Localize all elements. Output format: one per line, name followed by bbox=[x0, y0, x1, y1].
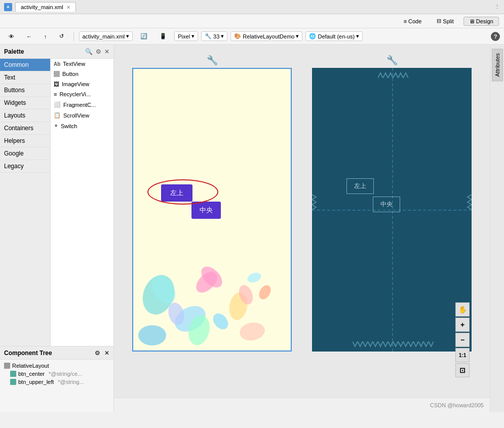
canvas-area[interactable]: 🔧 bbox=[114, 45, 490, 412]
palette-category-widgets[interactable]: Widgets bbox=[0, 97, 50, 109]
palette-settings-icon[interactable]: ⚙ bbox=[96, 48, 101, 55]
recyclerview-icon: ≡ bbox=[54, 91, 57, 97]
design-mode-button[interactable]: 🖥 Design bbox=[463, 17, 499, 26]
switch-label: Switch bbox=[61, 123, 77, 129]
panning-button[interactable]: ← bbox=[22, 32, 36, 41]
blueprint-view: 左上 中央 bbox=[312, 68, 472, 352]
palette-item-button[interactable]: Button bbox=[51, 69, 113, 79]
attributes-tab[interactable]: Attributes bbox=[492, 49, 503, 81]
help-button[interactable]: ? bbox=[491, 32, 500, 41]
btn-center-string: *@string/ce... bbox=[49, 371, 82, 377]
file-dropdown[interactable]: activity_main.xml ▾ bbox=[79, 31, 133, 41]
api-label: 33 bbox=[213, 33, 219, 40]
blueprint-pin-icon: 🔧 bbox=[386, 55, 398, 65]
code-mode-button[interactable]: ≡ Code bbox=[398, 17, 428, 26]
design-toolbar: 👁 ← ↑ ↺ activity_main.xml ▾ 🔄 📱 Pixel ▾ … bbox=[0, 28, 504, 45]
palette-category-common[interactable]: Common bbox=[0, 59, 50, 71]
api-chevron: ▾ bbox=[221, 33, 224, 40]
blueprint-container: 🔧 bbox=[312, 55, 472, 352]
locale-chevron: ▾ bbox=[356, 33, 359, 40]
palette-category-buttons[interactable]: Buttons bbox=[0, 84, 50, 97]
title-bar-more[interactable]: ⋮ bbox=[494, 4, 500, 10]
tree-item-btn-center[interactable]: btn_center *@string/ce... bbox=[2, 370, 111, 378]
zoom-controls: ✋ + − 1:1 ⊡ bbox=[455, 302, 470, 377]
palette-title: Palette bbox=[4, 48, 85, 55]
device-button[interactable]: 📱 bbox=[155, 31, 171, 41]
tree-settings-icon[interactable]: ⚙ bbox=[95, 349, 100, 357]
tree-item-relativelayout[interactable]: RelativeLayout bbox=[2, 362, 111, 370]
move-up-button[interactable]: ↑ bbox=[40, 32, 52, 41]
textview-icon: Ab bbox=[54, 61, 60, 67]
file-tab[interactable]: activity_main.xml ✕ bbox=[15, 2, 76, 12]
pan-left-icon: ← bbox=[26, 33, 32, 40]
theme-chevron: ▾ bbox=[296, 33, 299, 40]
api-dropdown[interactable]: 🔧 33 ▾ bbox=[201, 31, 227, 41]
pan-mode-button[interactable]: ✋ bbox=[455, 302, 470, 317]
orientation-icon: 🔄 bbox=[140, 33, 147, 40]
device-dropdown[interactable]: Pixel ▾ bbox=[174, 31, 198, 41]
eye-toggle-button[interactable]: 👁 bbox=[4, 32, 19, 41]
design-mode-label: Design bbox=[476, 18, 493, 24]
fit-screen-button[interactable]: ⊡ bbox=[455, 363, 470, 377]
palette-category-google[interactable]: Google bbox=[0, 147, 50, 160]
refresh-button[interactable]: ↺ bbox=[55, 31, 68, 41]
palette-content: Common Text Buttons Widgets Layouts Cont… bbox=[0, 59, 113, 346]
reset-zoom-button[interactable]: 1:1 bbox=[455, 348, 470, 362]
view-mode-bar: ≡ Code ⊟ Split 🖥 Design bbox=[0, 14, 504, 28]
watermark: CSDN @howard2005 bbox=[430, 402, 484, 408]
zoom-out-button[interactable]: − bbox=[455, 333, 470, 347]
zigzag-left bbox=[312, 194, 322, 210]
scrollview-label: ScrollView bbox=[63, 112, 89, 119]
locale-dropdown[interactable]: 🌐 Default (en-us) ▾ bbox=[305, 31, 363, 41]
zoom-in-button[interactable]: + bbox=[455, 318, 470, 332]
tab-close-button[interactable]: ✕ bbox=[66, 5, 70, 10]
palette-item-switch[interactable]: ⚬ Switch bbox=[51, 121, 113, 131]
main-layout: Palette 🔍 ⚙ ✕ Common Text Buttons Widget… bbox=[0, 45, 504, 412]
device-label: Pixel bbox=[178, 33, 190, 40]
palette-category-legacy[interactable]: Legacy bbox=[0, 160, 50, 173]
palette-category-helpers[interactable]: Helpers bbox=[0, 135, 50, 147]
device-icon: 📱 bbox=[160, 33, 167, 40]
palette-close-icon[interactable]: ✕ bbox=[104, 48, 109, 55]
file-dropdown-chevron: ▾ bbox=[126, 33, 129, 40]
btn-upper-left-icon bbox=[10, 379, 16, 385]
relativelayout-icon bbox=[4, 363, 10, 369]
preview-btn-center[interactable]: 中央 bbox=[191, 202, 221, 219]
refresh-icon: ↺ bbox=[59, 33, 64, 40]
component-tree: Component Tree ⚙ ✕ RelativeLayout btn_ce… bbox=[0, 346, 113, 412]
api-icon: 🔧 bbox=[205, 33, 212, 40]
eye-icon: 👁 bbox=[9, 33, 14, 40]
palette-toolbar: 🔍 ⚙ ✕ bbox=[85, 48, 109, 55]
palette-search-icon[interactable]: 🔍 bbox=[85, 48, 93, 55]
palette-item-scrollview[interactable]: 📋 ScrollView bbox=[51, 110, 113, 121]
recyclerview-label: RecyclerVi... bbox=[59, 91, 91, 97]
switch-icon: ⚬ bbox=[54, 123, 58, 129]
palette-categories: Common Text Buttons Widgets Layouts Cont… bbox=[0, 59, 51, 346]
zigzag-right bbox=[461, 194, 472, 210]
blueprint-btn-center[interactable]: 中央 bbox=[373, 197, 400, 212]
split-mode-label: Split bbox=[443, 18, 453, 24]
theme-label: RelativeLayoutDemo bbox=[243, 33, 294, 40]
palette-item-textview[interactable]: Ab TextView bbox=[51, 59, 113, 69]
design-mode-icon: 🖥 bbox=[469, 18, 475, 24]
palette-item-recyclerview[interactable]: ≡ RecyclerVi... bbox=[51, 89, 113, 99]
palette-category-text[interactable]: Text bbox=[0, 71, 50, 84]
tree-close-icon[interactable]: ✕ bbox=[104, 349, 109, 357]
preview-btn-upper-left[interactable]: 左上 bbox=[161, 184, 192, 202]
relativelayout-label: RelativeLayout bbox=[12, 363, 49, 369]
split-mode-button[interactable]: ⊟ Split bbox=[431, 16, 459, 26]
palette-category-containers[interactable]: Containers bbox=[0, 122, 50, 135]
theme-icon: 🎨 bbox=[234, 33, 241, 40]
canvas-status-bar: CSDN @howard2005 bbox=[114, 398, 490, 412]
blueprint-btn-upper-left[interactable]: 左上 bbox=[346, 178, 374, 194]
component-tree-title: Component Tree bbox=[4, 349, 95, 357]
button-icon bbox=[54, 71, 60, 77]
tab-filename: activity_main.xml bbox=[21, 4, 63, 10]
palette-item-fragmentcontainer[interactable]: ⬜ FragmentC... bbox=[51, 99, 113, 110]
tree-item-btn-upper-left[interactable]: btn_upper_left *@string... bbox=[2, 378, 111, 386]
palette-item-imageview[interactable]: 🖼 ImageView bbox=[51, 79, 113, 89]
app-icon: A bbox=[4, 3, 12, 11]
orientation-button[interactable]: 🔄 bbox=[136, 31, 152, 41]
palette-category-layouts[interactable]: Layouts bbox=[0, 109, 50, 122]
theme-dropdown[interactable]: 🎨 RelativeLayoutDemo ▾ bbox=[230, 31, 302, 41]
